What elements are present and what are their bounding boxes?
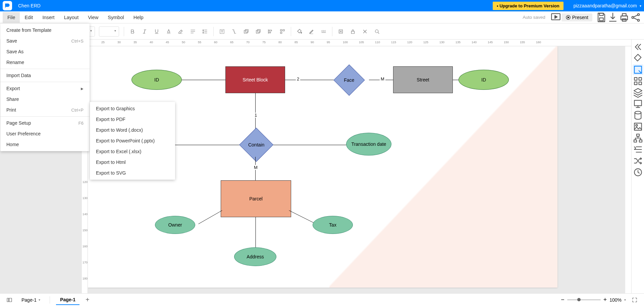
edge-label[interactable]: M: [380, 76, 385, 81]
menu-insert[interactable]: Insert: [38, 12, 59, 23]
svg-rect-34: [639, 82, 641, 85]
rail-shapes[interactable]: [633, 76, 643, 86]
menu-symbol[interactable]: Symbol: [103, 12, 128, 23]
export-powerpoint[interactable]: Export to PowerPoint (.pptx): [90, 135, 175, 146]
export-pdf[interactable]: Export to PDF: [90, 114, 175, 125]
menu-import-data[interactable]: Import Data: [0, 70, 90, 81]
font-color-button[interactable]: [163, 26, 174, 37]
export-graphics[interactable]: Export to Graphics: [90, 103, 175, 114]
rail-select[interactable]: [633, 64, 643, 75]
rail-data[interactable]: [633, 110, 643, 121]
print-button[interactable]: [619, 13, 630, 22]
rail-layers[interactable]: [633, 87, 643, 98]
outline-toggle[interactable]: [4, 295, 15, 305]
attribute-ellipse[interactable]: Tax: [313, 216, 353, 234]
download-button[interactable]: [607, 13, 619, 22]
text-tool-button[interactable]: [216, 26, 228, 37]
fullscreen-button[interactable]: [629, 295, 640, 305]
menubar: File Edit Insert Layout View Symbol Help…: [0, 11, 644, 23]
rail-random[interactable]: [633, 156, 643, 166]
add-page-button[interactable]: +: [83, 296, 92, 304]
menu-view[interactable]: View: [83, 12, 103, 23]
clear-format-button[interactable]: [335, 26, 346, 37]
bold-button[interactable]: [127, 26, 138, 37]
highlight-button[interactable]: [175, 26, 186, 37]
attribute-ellipse[interactable]: Transaction date: [346, 133, 391, 156]
slideshow-button[interactable]: [550, 13, 561, 22]
export-excel[interactable]: Export to Excel (.xlsx): [90, 146, 175, 157]
user-menu[interactable]: pizzaaandparatha@gmail.com: [574, 3, 641, 8]
line-style-button[interactable]: [318, 26, 329, 37]
rail-style[interactable]: [633, 53, 643, 64]
menu-user-preference[interactable]: User Preference: [0, 128, 90, 139]
line-spacing-button[interactable]: [199, 26, 211, 37]
align-shapes-button[interactable]: [265, 26, 276, 37]
pen-icon: [309, 28, 315, 35]
edge-label[interactable]: M: [253, 165, 259, 170]
menu-rename[interactable]: Rename: [0, 57, 90, 68]
attribute-ellipse[interactable]: Address: [234, 247, 276, 266]
tools-button[interactable]: [359, 26, 371, 37]
menu-layout[interactable]: Layout: [59, 12, 84, 23]
document-title[interactable]: Chen ERD: [18, 3, 41, 8]
export-word[interactable]: Export to Word (.docx): [90, 125, 175, 135]
stroke-color-button[interactable]: [306, 26, 317, 37]
menu-share[interactable]: Share: [0, 94, 90, 105]
connector-button[interactable]: [228, 26, 240, 37]
menu-export[interactable]: Export▶: [0, 83, 90, 94]
rail-present[interactable]: [633, 99, 643, 109]
distribute-button[interactable]: [277, 26, 288, 37]
rail-collapse[interactable]: [633, 42, 643, 52]
rail-tree[interactable]: [633, 133, 643, 143]
menu-help[interactable]: Help: [129, 12, 148, 23]
entity-rect[interactable]: Srteet Block: [225, 66, 285, 93]
present-button[interactable]: Present: [561, 13, 592, 21]
font-size-select[interactable]: [99, 26, 119, 37]
attribute-ellipse[interactable]: ID: [131, 70, 182, 90]
share-button[interactable]: [630, 13, 641, 22]
rail-history[interactable]: [633, 167, 643, 178]
menu-create-template[interactable]: Create from Template: [0, 25, 90, 36]
zoom-in-button[interactable]: +: [603, 296, 607, 303]
menu-page-setup[interactable]: Page SetupF6: [0, 118, 90, 128]
container2-button[interactable]: [253, 26, 264, 37]
search-button[interactable]: [371, 26, 383, 37]
italic-button[interactable]: [139, 26, 150, 37]
distribute-icon: [279, 28, 285, 35]
zoom-slider[interactable]: [567, 299, 601, 300]
rail-comments[interactable]: [633, 144, 643, 155]
connector[interactable]: [168, 145, 242, 145]
lock-button[interactable]: [347, 26, 359, 37]
menu-file[interactable]: File: [3, 12, 20, 23]
menu-home[interactable]: Home: [0, 139, 90, 150]
relationship-diamond[interactable]: Contain: [239, 128, 273, 162]
menu-save-as[interactable]: Save As: [0, 46, 90, 57]
underline-button[interactable]: [151, 26, 162, 37]
connector[interactable]: [269, 145, 356, 145]
align-button[interactable]: [187, 26, 199, 37]
svg-rect-10: [167, 33, 171, 34]
attribute-ellipse[interactable]: Owner: [155, 216, 195, 234]
upgrade-button[interactable]: • Upgrade to Premium Version: [493, 2, 564, 10]
edge-label[interactable]: 2: [296, 76, 300, 81]
app-logo[interactable]: [3, 1, 12, 10]
eraser-icon: [338, 28, 344, 35]
fill-button[interactable]: [294, 26, 305, 37]
rail-images[interactable]: [633, 121, 643, 132]
menu-print[interactable]: PrintCtrl+P: [0, 105, 90, 115]
save-button[interactable]: [596, 13, 607, 22]
menu-edit[interactable]: Edit: [20, 12, 38, 23]
zoom-out-button[interactable]: −: [561, 296, 565, 303]
menu-save[interactable]: SaveCtrl+S: [0, 36, 90, 46]
page-selector[interactable]: Page-1 ▾: [18, 296, 44, 304]
export-html[interactable]: Export to Html: [90, 157, 175, 168]
container-button[interactable]: [240, 26, 252, 37]
edge-label[interactable]: 1: [254, 113, 258, 118]
attribute-ellipse[interactable]: ID: [459, 70, 509, 90]
page-tab[interactable]: Page-1: [56, 295, 79, 305]
font-color-icon: [166, 28, 172, 35]
zoom-value[interactable]: 100%: [609, 297, 622, 303]
export-svg[interactable]: Export to SVG: [90, 168, 175, 178]
database-icon: [633, 110, 643, 121]
entity-rect[interactable]: Street: [393, 66, 453, 93]
